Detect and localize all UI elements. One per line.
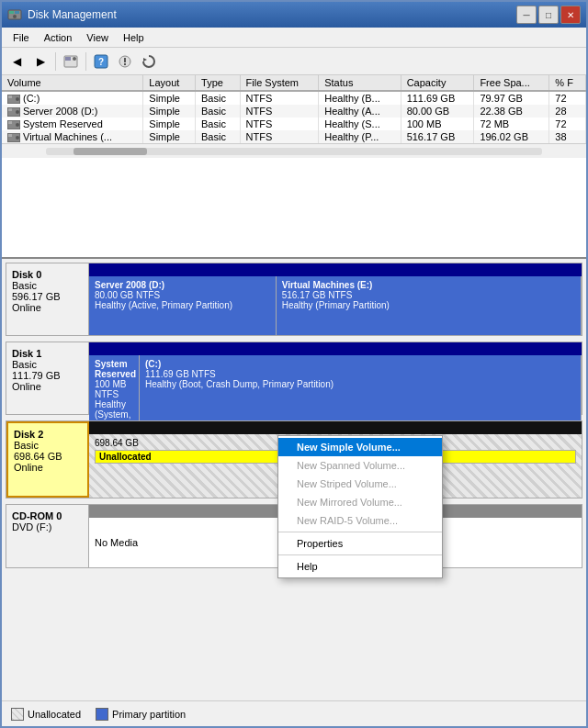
- volume-table: Volume Layout Type File System Status Ca…: [2, 75, 586, 143]
- cell-pct: 28: [549, 105, 586, 118]
- part-vm-status: Healthy (Primary Partition): [282, 300, 575, 310]
- disk2-status: Online: [14, 462, 82, 473]
- disk1-header-bar: [89, 342, 582, 355]
- toolbar-sep-2: [85, 52, 86, 71]
- cell-layout: Simple: [143, 130, 196, 143]
- cell-fs: NTFS: [240, 105, 319, 118]
- ctx-sep-2: [278, 554, 442, 555]
- main-content: Volume Layout Type File System Status Ca…: [2, 75, 586, 726]
- svg-rect-2: [15, 11, 19, 14]
- back-button[interactable]: ◀: [6, 50, 28, 73]
- legend-primary-label: Primary partition: [112, 709, 186, 720]
- part-c-name: (C:): [145, 359, 575, 369]
- ctx-new-spanned[interactable]: New Spanned Volume...: [278, 456, 442, 475]
- cell-pct: 72: [549, 91, 586, 105]
- svg-text:?: ?: [98, 57, 104, 67]
- cell-type: Basic: [196, 130, 241, 143]
- disk0-status: Online: [12, 302, 83, 313]
- properties-button[interactable]: [114, 50, 136, 73]
- svg-rect-26: [74, 148, 147, 155]
- cell-layout: Simple: [143, 105, 196, 118]
- disk0-size: 596.17 GB: [12, 291, 83, 302]
- disk1-type: Basic: [12, 359, 83, 370]
- help-button[interactable]: ?: [90, 50, 112, 73]
- col-type[interactable]: Type: [196, 75, 241, 91]
- refresh-button[interactable]: [138, 50, 160, 73]
- cell-status: Healthy (B...: [319, 91, 401, 105]
- minimize-button[interactable]: ─: [516, 6, 537, 24]
- cdrom0-status: No Media: [95, 537, 138, 548]
- cell-status: Healthy (P...: [319, 130, 401, 143]
- ctx-new-striped[interactable]: New Striped Volume...: [278, 475, 442, 493]
- cell-free: 196.02 GB: [474, 130, 549, 143]
- close-button[interactable]: ✕: [560, 6, 581, 24]
- forward-button[interactable]: ▶: [29, 50, 51, 73]
- cdrom0-type: DVD (F:): [12, 521, 83, 532]
- part-server2008-status: Healthy (Active, Primary Partition): [95, 300, 270, 310]
- svg-rect-11: [124, 63, 126, 65]
- cell-type: Basic: [196, 105, 241, 118]
- legend: Unallocated Primary partition: [2, 700, 586, 726]
- disk-view-area[interactable]: Disk 0 Basic 596.17 GB Online Server 200…: [2, 259, 586, 700]
- legend-unallocated-label: Unallocated: [28, 709, 81, 720]
- ctx-new-simple[interactable]: New Simple Volume...: [278, 438, 442, 456]
- menu-action[interactable]: Action: [37, 30, 80, 45]
- col-pct[interactable]: % F: [549, 75, 586, 91]
- col-status[interactable]: Status: [319, 75, 401, 91]
- ctx-help[interactable]: Help: [278, 557, 442, 576]
- cell-status: Healthy (S...: [319, 118, 401, 130]
- cell-capacity: 516.17 GB: [401, 130, 474, 143]
- disk2-size: 698.64 GB: [14, 451, 82, 462]
- disk0-header-bar: [89, 263, 582, 276]
- cell-volume: Server 2008 (D:): [2, 105, 143, 118]
- volume-table-area[interactable]: Volume Layout Type File System Status Ca…: [2, 75, 586, 259]
- legend-unallocated: Unallocated: [11, 708, 81, 721]
- disk2-type: Basic: [14, 440, 82, 451]
- toolbar: ◀ ▶ ?: [2, 48, 586, 75]
- col-free[interactable]: Free Spa...: [474, 75, 549, 91]
- cell-pct: 72: [549, 118, 586, 130]
- svg-point-18: [16, 110, 19, 114]
- partition-virtual-machines[interactable]: Virtual Machines (E:) 516.17 GB NTFS Hea…: [277, 276, 582, 335]
- ctx-new-mirrored[interactable]: New Mirrored Volume...: [278, 493, 442, 511]
- ctx-new-raid5[interactable]: New RAID-5 Volume...: [278, 511, 442, 530]
- disk1-name: Disk 1: [12, 348, 83, 359]
- disk-prop-button[interactable]: [60, 50, 82, 73]
- part-vm-size: 516.17 GB NTFS: [282, 290, 575, 300]
- cdrom0-label: CD-ROM 0 DVD (F:): [6, 505, 89, 567]
- table-row[interactable]: System ReservedSimpleBasicNTFSHealthy (S…: [2, 118, 586, 130]
- svg-rect-23: [8, 134, 12, 137]
- horizontal-scrollbar[interactable]: [2, 143, 586, 158]
- disk0-partitions-row: Server 2008 (D:) 80.00 GB NTFS Healthy (…: [89, 276, 582, 335]
- svg-rect-1: [9, 11, 14, 14]
- partition-server2008[interactable]: Server 2008 (D:) 80.00 GB NTFS Healthy (…: [89, 276, 277, 335]
- menu-bar: File Action View Help: [2, 28, 586, 48]
- table-row[interactable]: Virtual Machines (...SimpleBasicNTFSHeal…: [2, 130, 586, 143]
- svg-rect-17: [8, 108, 12, 111]
- disk-management-window: Disk Management ─ □ ✕ File Action View H…: [0, 0, 588, 728]
- cell-free: 72 MB: [474, 118, 549, 130]
- ctx-sep-1: [278, 532, 442, 532]
- table-row[interactable]: (C:)SimpleBasicNTFSHealthy (B...111.69 G…: [2, 91, 586, 105]
- cell-free: 22.38 GB: [474, 105, 549, 118]
- ctx-properties[interactable]: Properties: [278, 534, 442, 553]
- cell-volume: (C:): [2, 91, 143, 105]
- maximize-button[interactable]: □: [538, 6, 559, 24]
- svg-marker-12: [143, 58, 147, 62]
- menu-view[interactable]: View: [79, 30, 116, 45]
- col-capacity[interactable]: Capacity: [401, 75, 474, 91]
- window-title: Disk Management: [28, 8, 117, 21]
- disk1-partitions: System Reserved 100 MB NTFS Healthy (Sys…: [89, 342, 582, 414]
- svg-point-15: [16, 97, 19, 101]
- cell-free: 79.97 GB: [474, 91, 549, 105]
- table-row[interactable]: Server 2008 (D:)SimpleBasicNTFSHealthy (…: [2, 105, 586, 118]
- cdrom0-name: CD-ROM 0: [12, 510, 83, 521]
- col-layout[interactable]: Layout: [143, 75, 196, 91]
- menu-help[interactable]: Help: [116, 30, 152, 45]
- menu-file[interactable]: File: [6, 30, 37, 45]
- col-volume[interactable]: Volume: [2, 75, 143, 91]
- legend-unallocated-box: [11, 708, 24, 721]
- col-fs[interactable]: File System: [240, 75, 319, 91]
- toolbar-sep-1: [55, 52, 56, 71]
- cell-volume: System Reserved: [2, 118, 143, 130]
